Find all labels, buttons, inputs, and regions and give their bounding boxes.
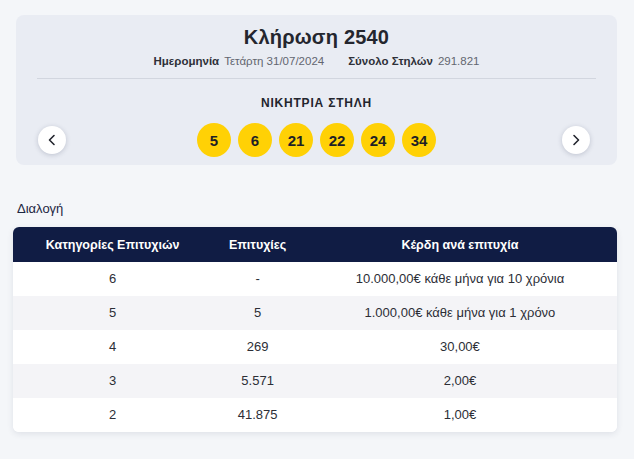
- winning-column-label: ΝΙΚΗΤΡΙΑ ΣΤΗΛΗ: [16, 96, 617, 110]
- draw-title: Κλήρωση 2540: [16, 26, 617, 49]
- table-cell: 5.571: [212, 373, 303, 389]
- next-draw-button[interactable]: [562, 126, 590, 154]
- chevron-left-icon: [48, 134, 56, 146]
- table-column-header: Κέρδη ανά επιτυχία: [303, 237, 617, 253]
- table-cell: -: [212, 271, 303, 287]
- table-cell: 5: [13, 305, 212, 321]
- table-row: 241.8751,00€: [13, 398, 617, 432]
- card-divider: [37, 78, 596, 79]
- draw-results-page: Κλήρωση 2540 Ημερομηνία Τετάρτη 31/07/20…: [0, 0, 634, 459]
- previous-draw-button[interactable]: [38, 126, 66, 154]
- table-cell: 4: [13, 339, 212, 355]
- table-row: 35.5712,00€: [13, 364, 617, 398]
- winning-number-ball: 34: [402, 123, 436, 157]
- winning-number-ball: 21: [279, 123, 313, 157]
- table-column-header: Κατηγορίες Επιτυχιών: [13, 237, 212, 253]
- winning-numbers-carousel: 5621222434: [16, 123, 617, 157]
- table-column-header: Επιτυχίες: [212, 237, 303, 253]
- table-cell: 3: [13, 373, 212, 389]
- draw-card: Κλήρωση 2540 Ημερομηνία Τετάρτη 31/07/20…: [16, 15, 617, 165]
- table-cell: 41.875: [212, 407, 303, 423]
- date-label: Ημερομηνία: [154, 54, 220, 68]
- table-row: 6-10.000,00€ κάθε μήνα για 10 χρόνια: [13, 262, 617, 296]
- table-row: 551.000,00€ κάθε μήνα για 1 χρόνο: [13, 296, 617, 330]
- total-columns-value: 291.821: [438, 54, 480, 68]
- winning-number-ball: 6: [238, 123, 272, 157]
- table-cell: 269: [212, 339, 303, 355]
- table-header-row: Κατηγορίες ΕπιτυχιώνΕπιτυχίεςΚέρδη ανά ε…: [13, 227, 617, 262]
- winning-number-ball: 22: [320, 123, 354, 157]
- table-cell: 10.000,00€ κάθε μήνα για 10 χρόνια: [303, 271, 617, 287]
- winning-number-ball: 5: [197, 123, 231, 157]
- table-row: 426930,00€: [13, 330, 617, 364]
- results-section-label: Διαλογή: [17, 201, 63, 216]
- table-cell: 1.000,00€ κάθε μήνα για 1 χρόνο: [303, 305, 617, 321]
- table-cell: 2: [13, 407, 212, 423]
- table-cell: 5: [212, 305, 303, 321]
- total-columns-label: Σύνολο Στηλών: [348, 54, 433, 68]
- chevron-right-icon: [572, 134, 580, 146]
- table-cell: 2,00€: [303, 373, 617, 389]
- table-cell: 6: [13, 271, 212, 287]
- table-cell: 30,00€: [303, 339, 617, 355]
- table-body: 6-10.000,00€ κάθε μήνα για 10 χρόνια551.…: [13, 262, 617, 432]
- results-table: Κατηγορίες ΕπιτυχιώνΕπιτυχίεςΚέρδη ανά ε…: [13, 227, 617, 432]
- date-value: Τετάρτη 31/07/2024: [224, 54, 324, 68]
- winning-numbers: 5621222434: [16, 123, 617, 157]
- table-cell: 1,00€: [303, 407, 617, 423]
- draw-meta: Ημερομηνία Τετάρτη 31/07/2024 Σύνολο Στη…: [16, 54, 617, 68]
- winning-number-ball: 24: [361, 123, 395, 157]
